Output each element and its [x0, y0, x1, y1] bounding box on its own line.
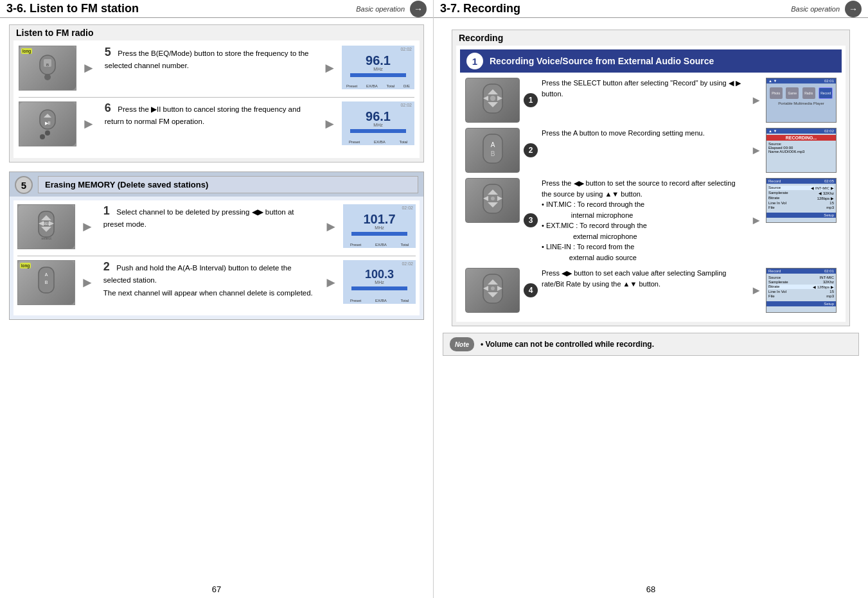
- rec-step-1-img: [465, 78, 520, 123]
- screen3-setup: Setup: [766, 213, 836, 218]
- svg-text:select: select: [41, 236, 51, 240]
- rec-step-2-img: A B: [465, 128, 520, 173]
- right-page-number: 68: [434, 585, 868, 594]
- right-title: 3-7. Recording: [440, 2, 791, 15]
- erase-freq-2: 100.3: [344, 268, 414, 280]
- erase-bar-2: [351, 286, 407, 290]
- svg-text:▶II: ▶II: [45, 121, 51, 125]
- total: Total: [387, 84, 395, 88]
- screen1-time: 02:01: [824, 79, 834, 83]
- screen4-row2: Samplerate32Khz: [768, 280, 834, 284]
- step-6-btn: ▶II: [19, 102, 76, 146]
- erase-mhz-1: MHz: [344, 225, 414, 230]
- svg-point-39: [491, 286, 495, 290]
- step-6-device-svg: ▶II: [35, 109, 60, 139]
- svg-point-24: [490, 96, 495, 101]
- rec-step-2-text: Press the A button to move Recording set…: [542, 128, 747, 139]
- rec-step-3-arrow: ►: [750, 214, 762, 227]
- screen2-info: Source: Elapsed 00:00 Name AUDIO06.mp3: [766, 141, 836, 155]
- screen1-subtitle: Portable Multimedia Player: [766, 101, 836, 105]
- erase-extras: EX/BA: [375, 243, 387, 247]
- screen4-label: Record: [768, 269, 781, 273]
- erase-freq-1: 101.7: [344, 213, 414, 225]
- screen-time: 02:02: [343, 47, 413, 51]
- tab-radio: Radio: [802, 87, 815, 99]
- screen-freq-2: 96.1: [343, 110, 413, 123]
- extras2: EX/BA: [374, 140, 385, 144]
- rec-step-1-row: 1 Press the SELECT button after selectin…: [460, 78, 842, 123]
- rec-step-3-screen: Record 02:05 Source◀ INT-MIC ▶ Samplerat…: [766, 178, 837, 223]
- svg-text:A: A: [45, 272, 48, 277]
- svg-rect-25: [483, 134, 502, 163]
- screen-freq-1: 96.1: [343, 54, 413, 67]
- fm-radio-title: Listen to FM radio: [10, 25, 423, 40]
- erase-step-2-screen: 02:02 100.3 MHz Preset EX/BA Total: [343, 260, 416, 304]
- tab-photo: Photo: [770, 87, 783, 99]
- rec-step-3-row: 3 Press the ◀▶ button to set the source …: [460, 178, 842, 263]
- step-6-device-img: ▶II: [19, 101, 76, 146]
- erase-preset: Preset: [350, 243, 361, 247]
- left-section-label: Basic operation: [356, 5, 405, 13]
- screen3-row4: Line In Vol15: [768, 201, 834, 205]
- step-5-device-svg: B: [35, 54, 60, 82]
- erase-step-1-desc-area: 1 Select channel to be deleted by pressi…: [100, 204, 319, 231]
- screen1-header: ▲ ▼ 02:01: [766, 78, 836, 84]
- screen3-row3: Bitrate128bps ▶: [768, 196, 834, 200]
- svg-point-7: [45, 130, 50, 136]
- rec-step-1-screen: ▲ ▼ 02:01 Photo Game Radio Record Portab…: [766, 78, 837, 123]
- left-page: 3-6. Listen to FM station Basic operatio…: [0, 0, 434, 598]
- erase-bottom-1: Preset EX/BA Total: [343, 243, 416, 247]
- erase-step-1-desc: Select channel to be deleted by pressing…: [103, 208, 294, 228]
- rec-main-title: Recording Voice/Source from External Aud…: [490, 56, 714, 66]
- total2: Total: [399, 140, 407, 144]
- erasing-inner: SEL select ► 1 Select channel to be dele…: [13, 200, 420, 315]
- screen-bottom-1: Preset EX/BA Total D/E: [342, 84, 414, 88]
- erasing-title: Erasing MEMORY (Delete saved stations): [38, 176, 418, 193]
- note-badge: Note: [450, 337, 474, 351]
- erase-step-2-number: 2: [103, 260, 110, 273]
- svg-text:B: B: [46, 63, 49, 67]
- left-arrow-icon: →: [410, 1, 427, 17]
- rec-step-4-badge: 4: [524, 283, 538, 297]
- rec-main-num: 1: [466, 53, 483, 69]
- right-header: 3-7. Recording Basic operation →: [434, 0, 868, 18]
- right-page: 3-7. Recording Basic operation → Recordi…: [434, 0, 868, 598]
- rec-step-2-arrow: ►: [750, 144, 762, 157]
- erase-step-2-row: long A B ► 2 Push and hold the A(A-B Int…: [17, 260, 416, 305]
- right-arrow-icon: →: [845, 1, 862, 17]
- left-header: 3-6. Listen to FM station Basic operatio…: [0, 0, 433, 18]
- erasing-num-badge: 5: [15, 176, 33, 194]
- rec-step-3-text: Press the ◀▶ button to set the source to…: [542, 178, 747, 263]
- step-5-device-img: long B: [19, 46, 76, 91]
- erase-step-2-arrow2: ►: [324, 274, 338, 291]
- rec-step-1-text: Press the SELECT button after selecting …: [542, 78, 747, 99]
- screen3-row2: Samplerate◀ 32Khz: [768, 191, 834, 195]
- screen-bar-2: [350, 129, 406, 133]
- extras: EX/BA: [366, 84, 378, 88]
- fm-radio-inner: long B ► 5 Press the B(EQ/Mode) bu: [13, 40, 420, 158]
- step-6-row: ▶II ► 6 Press the ▶II button to cancel s…: [19, 101, 414, 146]
- rec-step-4-screen: Record 02:01 SourceINT-MIC Samplerate32K…: [766, 268, 837, 313]
- erase-bar-1: [351, 232, 407, 236]
- erase-step-2-desc: Push and hold the A(A-B Interval) button…: [103, 264, 313, 297]
- svg-text:B: B: [45, 280, 48, 285]
- recording-inner: 1 Recording Voice/Source from External A…: [456, 46, 846, 322]
- left-title: 3-6. Listen to FM station: [6, 2, 356, 15]
- screen2-time: 02:02: [824, 129, 834, 133]
- screen3-time: 02:05: [824, 179, 834, 183]
- step-5-btn: long B: [19, 46, 76, 90]
- preset: Preset: [346, 84, 357, 88]
- svg-text:B: B: [490, 150, 495, 157]
- screen2-header: ▲ ▼ 02:02: [766, 128, 836, 134]
- erase-mhz-2: MHz: [344, 280, 414, 285]
- erase-bottom-2: Preset EX/BA Total: [343, 299, 416, 303]
- screen4-row3: Bitrate◀ 128bps ▶: [768, 285, 834, 289]
- svg-text:SEL: SEL: [42, 222, 50, 225]
- erasing-header: 5 Erasing MEMORY (Delete saved stations): [10, 172, 423, 197]
- erase-step-2-img: long A B: [17, 260, 75, 305]
- step-5-desc-area: 5 Press the B(EQ/Mode) button to store t…: [101, 46, 317, 72]
- rec-step-3-badge: 3: [524, 213, 538, 227]
- erase-total2: Total: [400, 299, 409, 303]
- erase-extras2: EX/BA: [375, 299, 387, 303]
- dne: D/E: [403, 84, 410, 88]
